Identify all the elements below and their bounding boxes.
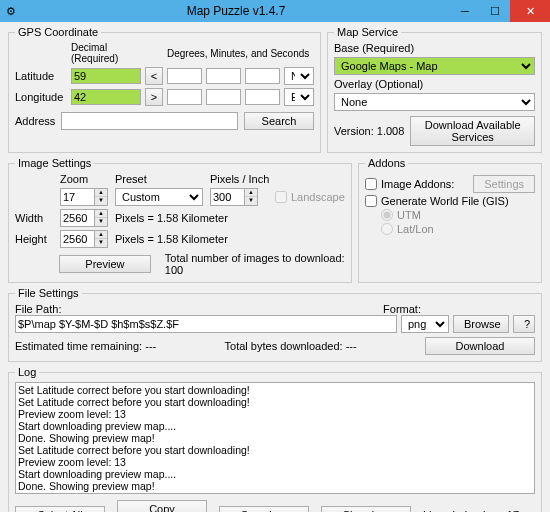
lat-deg-input[interactable] [167, 68, 202, 84]
latitude-input[interactable] [71, 68, 141, 84]
mapservice-legend: Map Service [334, 26, 401, 38]
longitude-label: Longitude [15, 91, 67, 103]
lat-sec-input[interactable] [245, 68, 280, 84]
height-spinner[interactable]: ▲▼ [60, 230, 110, 248]
width-info: Pixels = 1.58 Kilometer [115, 212, 345, 224]
gen-world-checkbox[interactable] [365, 195, 377, 207]
maximize-button[interactable]: ☐ [480, 0, 510, 22]
close-button[interactable]: ✕ [510, 0, 550, 22]
lon-deg-input[interactable] [167, 89, 202, 105]
clear-log-button[interactable]: Clear Log [321, 506, 411, 512]
save-log-button[interactable]: Save Log [219, 506, 309, 512]
utm-label: UTM [397, 209, 421, 221]
width-spinner[interactable]: ▲▼ [60, 209, 110, 227]
overlay-label: Overlay (Optional) [334, 78, 535, 90]
gen-world-label: Generate World File (GIS) [381, 195, 509, 207]
select-all-button[interactable]: Select All [15, 506, 105, 512]
dms-header: Degrees, Minutes, and Seconds [167, 48, 314, 59]
titlebar: ⚙ Map Puzzle v1.4.7 ─ ☐ ✕ [0, 0, 550, 22]
base-label: Base (Required) [334, 42, 535, 54]
lat-convert-button[interactable]: < [145, 67, 163, 85]
bytes-label: Total bytes downloaded: --- [225, 340, 357, 352]
lat-min-input[interactable] [206, 68, 241, 84]
log-legend: Log [15, 366, 39, 378]
base-select[interactable]: Google Maps - Map [334, 57, 535, 75]
help-button[interactable]: ? [513, 315, 535, 333]
decimal-header: Decimal (Required) [71, 42, 141, 64]
preset-select[interactable]: Custom [115, 188, 203, 206]
version-label: Version: 1.008 [334, 125, 404, 137]
log-textarea[interactable] [15, 382, 535, 494]
zoom-label: Zoom [60, 173, 110, 185]
image-settings-group: Image Settings Zoom Preset Pixels / Inch… [8, 157, 352, 283]
gps-legend: GPS Coordinate [15, 26, 101, 38]
image-addons-checkbox[interactable] [365, 178, 377, 190]
minimize-button[interactable]: ─ [450, 0, 480, 22]
height-info: Pixels = 1.58 Kilometer [115, 233, 345, 245]
log-group: Log Select All Copy Selected Save Log Cl… [8, 366, 542, 512]
search-button[interactable]: Search [244, 112, 314, 130]
zoom-spinner[interactable]: ▲▼ [60, 188, 110, 206]
landscape-label: Landscape [291, 191, 345, 203]
latitude-label: Latitude [15, 70, 67, 82]
addons-settings-button: Settings [473, 175, 535, 193]
format-label: Format: [383, 303, 421, 315]
overlay-select[interactable]: None [334, 93, 535, 111]
file-settings-group: File Settings File Path: Format: png Bro… [8, 287, 542, 362]
height-label: Height [15, 233, 55, 245]
address-label: Address [15, 115, 55, 127]
lon-sec-input[interactable] [245, 89, 280, 105]
address-input[interactable] [61, 112, 238, 130]
app-icon: ⚙ [0, 5, 22, 18]
total-images-label: Total number of images to download: 100 [165, 252, 345, 276]
lon-min-input[interactable] [206, 89, 241, 105]
utm-radio [381, 209, 393, 221]
ppi-label: Pixels / Inch [210, 173, 270, 185]
fileset-legend: File Settings [15, 287, 82, 299]
preview-button[interactable]: Preview [59, 255, 151, 273]
width-label: Width [15, 212, 55, 224]
window-title: Map Puzzle v1.4.7 [22, 4, 450, 18]
addons-legend: Addons [365, 157, 408, 169]
download-services-button[interactable]: Download Available Services [410, 116, 535, 146]
landscape-checkbox [275, 191, 287, 203]
latlon-radio [381, 223, 393, 235]
lon-convert-button[interactable]: > [145, 88, 163, 106]
filepath-label: File Path: [15, 303, 63, 315]
ppi-spinner[interactable]: ▲▼ [210, 188, 270, 206]
filepath-input[interactable] [15, 315, 397, 333]
map-service-group: Map Service Base (Required) Google Maps … [327, 26, 542, 153]
gps-coordinate-group: GPS Coordinate Decimal (Required) Degree… [8, 26, 321, 153]
latlon-label: Lat/Lon [397, 223, 434, 235]
download-button[interactable]: Download [425, 337, 535, 355]
longitude-input[interactable] [71, 89, 141, 105]
eta-label: Estimated time remaining: --- [15, 340, 156, 352]
browse-button[interactable]: Browse [453, 315, 509, 333]
addons-group: Addons Image Addons: Settings Generate W… [358, 157, 542, 283]
imgset-legend: Image Settings [15, 157, 94, 169]
lon-ew-select[interactable]: E [284, 88, 314, 106]
format-select[interactable]: png [401, 315, 449, 333]
preset-label: Preset [115, 173, 205, 185]
lat-ns-select[interactable]: N [284, 67, 314, 85]
image-addons-label: Image Addons: [381, 178, 454, 190]
copy-selected-button[interactable]: Copy Selected [117, 500, 207, 512]
